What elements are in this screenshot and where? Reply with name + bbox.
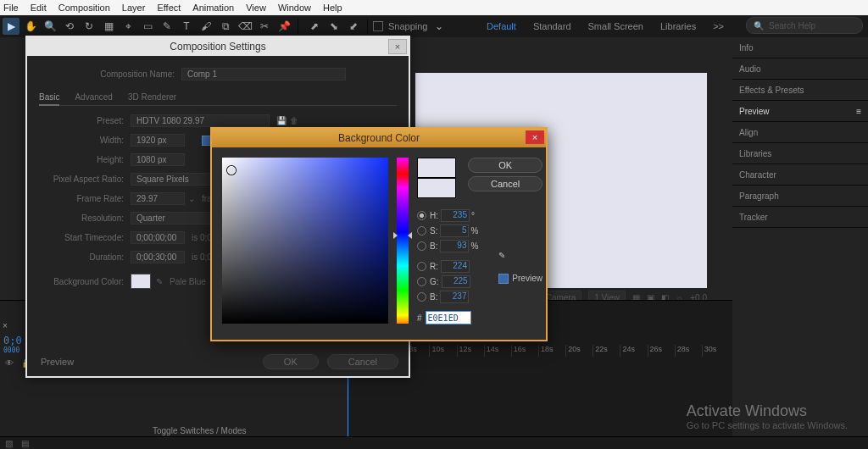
menu-layer[interactable]: Layer (122, 3, 146, 13)
panel-effects[interactable]: Effects & Presets (732, 80, 868, 101)
hue-slider[interactable] (397, 158, 409, 324)
r-input[interactable]: 224 (441, 260, 470, 273)
panel-tracker[interactable]: Tracker (732, 207, 868, 228)
menu-file[interactable]: File (3, 3, 19, 13)
snap-opt-icon[interactable]: ⌄ (431, 18, 448, 35)
zoom-tool-icon[interactable]: 🔍 (42, 18, 58, 35)
hue-pointer-left-icon (393, 232, 398, 239)
panel-info[interactable]: Info (732, 37, 868, 58)
panel-character[interactable]: Character (732, 164, 868, 186)
panel-preview[interactable]: Preview ≡ (732, 101, 868, 122)
tool-row: ▶ ✋ 🔍 ⟲ ↻ ▦ ⌖ ▭ ✎ T 🖌 ⧉ ⌫ ✂ 📌 ⬈ ⬊ ⬋ Snap… (0, 15, 868, 38)
hex-hash: # (417, 313, 422, 323)
menu-edit[interactable]: Edit (31, 3, 47, 13)
comp-dlg-close-button[interactable]: × (388, 39, 407, 54)
menu-composition[interactable]: Composition (58, 3, 110, 13)
pan-behind-tool-icon[interactable]: ⌖ (120, 18, 136, 35)
comp-name-input[interactable]: Comp 1 (181, 68, 346, 80)
menu-view[interactable]: View (246, 3, 266, 13)
local-axis-icon[interactable]: ⬈ (306, 18, 323, 35)
comp-dlg-titlebar[interactable]: Composition Settings × (27, 37, 409, 56)
comp-cancel-button[interactable]: Cancel (327, 354, 398, 369)
workspace-libraries[interactable]: Libraries (660, 21, 696, 31)
status-bar: ▧ ▤ (0, 436, 868, 449)
workspace-more[interactable]: >> (713, 21, 724, 31)
preset-select[interactable]: HDTV 1080 29.97 (131, 114, 270, 127)
tick: 16s (511, 345, 538, 357)
start-timecode-input[interactable]: 0;00;00;00 (131, 231, 185, 244)
width-input[interactable]: 1920 px (131, 134, 185, 147)
status-8bpc-icon[interactable]: ▧ (5, 439, 13, 448)
pen-tool-icon[interactable]: ✎ (159, 18, 175, 35)
workspace-standard[interactable]: Standard (533, 21, 571, 31)
menu-window[interactable]: Window (278, 3, 311, 13)
eyedropper-icon[interactable]: ✎ (156, 277, 163, 286)
roto-tool-icon[interactable]: ✂ (256, 18, 273, 35)
comp-preview-label: Preview (41, 357, 74, 367)
menu-effect[interactable]: Effect (157, 3, 181, 13)
view-axis-icon[interactable]: ⬋ (345, 18, 362, 35)
camera-tool-icon[interactable]: ▦ (100, 18, 117, 35)
bri-radio[interactable] (417, 241, 426, 251)
fps-drop-icon[interactable]: ⌄ (188, 194, 195, 203)
g-input[interactable]: 225 (442, 275, 470, 288)
search-help[interactable]: 🔍 Search Help (746, 17, 863, 34)
hand-tool-icon[interactable]: ✋ (22, 18, 39, 35)
menu-help[interactable]: Help (323, 3, 342, 13)
panel-libraries[interactable]: Libraries (732, 143, 868, 164)
blue-radio[interactable] (417, 292, 426, 302)
color-preview-checkbox[interactable] (498, 274, 509, 284)
bgcolor-swatch[interactable] (131, 274, 151, 289)
color-dlg-close-button[interactable]: × (526, 130, 544, 144)
panel-paragraph[interactable]: Paragraph (732, 186, 868, 207)
comp-tab-3d[interactable]: 3D Renderer (128, 92, 176, 102)
timeline-tab-close[interactable]: × (3, 321, 8, 330)
selection-tool-icon[interactable]: ▶ (3, 18, 19, 35)
color-dlg-titlebar[interactable]: Background Color × (212, 129, 546, 147)
color-old-swatch[interactable] (417, 178, 456, 198)
comp-tab-advanced[interactable]: Advanced (75, 92, 112, 102)
shape-tool-icon[interactable]: ▭ (139, 18, 156, 35)
s-input[interactable]: 5 (440, 224, 469, 237)
puppet-tool-icon[interactable]: 📌 (275, 18, 292, 35)
height-input[interactable]: 1080 px (131, 153, 185, 166)
toggle-switches-modes[interactable]: Toggle Switches / Modes (153, 426, 247, 435)
preset-save-icon[interactable]: 💾 (276, 116, 287, 125)
brush-tool-icon[interactable]: 🖌 (198, 18, 214, 35)
green-radio[interactable] (417, 277, 426, 286)
duration-input[interactable]: 0;00;30;00 (131, 251, 185, 263)
sat-radio[interactable] (417, 226, 426, 236)
red-radio[interactable] (417, 262, 426, 271)
comp-tab-basic[interactable]: Basic (39, 92, 59, 106)
panel-menu-icon[interactable]: ≡ (856, 107, 861, 116)
color-ok-button[interactable]: OK (468, 158, 542, 173)
fps-input[interactable]: 29.97 (131, 192, 185, 205)
h-input[interactable]: 235 (441, 209, 470, 222)
menu-animation[interactable]: Animation (192, 3, 234, 13)
eyedropper-icon[interactable]: ✎ (498, 251, 510, 263)
type-tool-icon[interactable]: T (178, 18, 195, 35)
b-input[interactable]: 93 (440, 240, 469, 252)
hex-input[interactable] (426, 311, 471, 324)
current-frames: 0000 (3, 346, 19, 354)
world-axis-icon[interactable]: ⬊ (326, 18, 342, 35)
hue-radio[interactable] (417, 211, 426, 220)
h-label: H: (430, 211, 438, 220)
workspace-default[interactable]: Default (487, 21, 516, 31)
current-time[interactable]: 0;0 (3, 335, 22, 346)
saturation-value-field[interactable] (222, 158, 388, 324)
workspace-smallscreen[interactable]: Small Screen (588, 21, 643, 31)
status-render-icon[interactable]: ▤ (21, 439, 29, 448)
preset-trash-icon[interactable]: 🗑 (290, 116, 298, 125)
panel-align[interactable]: Align (732, 122, 868, 143)
color-cancel-button[interactable]: Cancel (468, 176, 542, 191)
bl-input[interactable]: 237 (440, 291, 469, 303)
orbit-tool-icon[interactable]: ⟲ (61, 18, 78, 35)
tick: 28s (675, 345, 702, 357)
clone-tool-icon[interactable]: ⧉ (217, 18, 234, 35)
eraser-tool-icon[interactable]: ⌫ (236, 18, 253, 35)
comp-ok-button[interactable]: OK (263, 354, 319, 369)
rotation-tool-icon[interactable]: ↻ (81, 18, 97, 35)
snapping-checkbox[interactable] (373, 21, 383, 31)
panel-audio[interactable]: Audio (732, 58, 868, 80)
